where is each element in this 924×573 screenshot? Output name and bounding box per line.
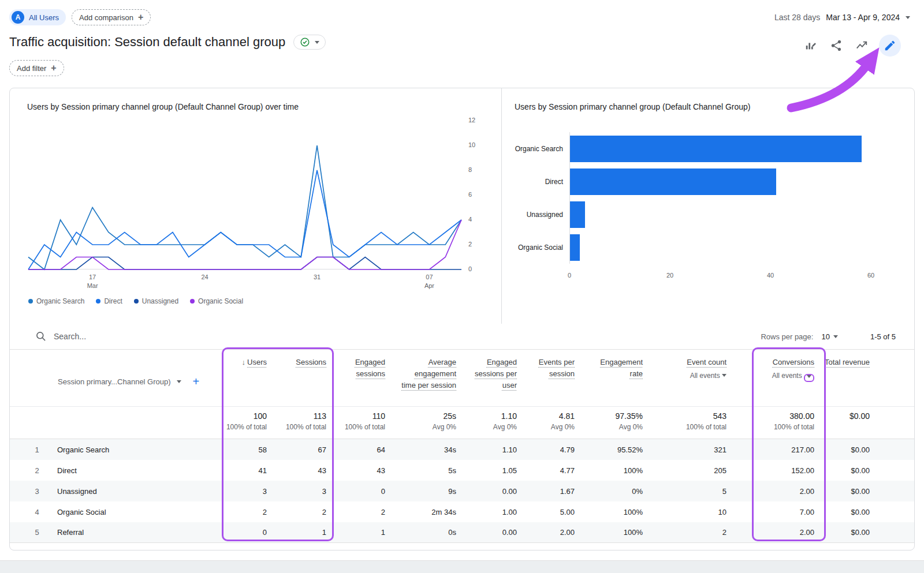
metric-cell: 0% <box>575 487 643 496</box>
bar-row: Unassigned <box>570 198 871 231</box>
highlighted-dropdown[interactable] <box>804 374 814 382</box>
metric-cell: 10 <box>643 508 726 516</box>
metric-cell: 7.00 <box>726 508 814 516</box>
metric-cell: 100% <box>575 528 643 537</box>
table-row: 2Direct4143435s1.054.77100%205152.00$0.0… <box>10 460 914 481</box>
chevron-down-icon <box>315 41 319 44</box>
search-input[interactable] <box>54 332 239 341</box>
bar-category-label: Unassigned <box>527 211 563 219</box>
plus-icon: + <box>138 12 143 23</box>
x-axis-tick: 40 <box>767 272 774 279</box>
bar-chart-axis: 0204060 <box>569 272 871 282</box>
table-header-row: Session primary...Channel Group) + ↓User… <box>10 349 914 407</box>
channel-name: Organic Social <box>57 508 106 516</box>
rows-per-page-label: Rows per page: <box>761 332 813 341</box>
metric-cell: 3 <box>200 487 267 496</box>
rows-per-page-value[interactable]: 10 <box>821 332 829 341</box>
date-range-value: Mar 13 - Apr 9, 2024 <box>826 13 900 22</box>
y-axis-tick: 10 <box>468 141 475 148</box>
report-card: Users by Session primary channel group (… <box>9 88 915 550</box>
row-number: 5 <box>28 528 46 537</box>
data-quality-badge[interactable] <box>293 35 326 50</box>
add-filter-label: Add filter <box>17 64 46 73</box>
metric-cell: 34s <box>385 445 456 454</box>
line-chart-plot: 024681012 <box>28 121 461 269</box>
table-totals-row: 100100% of total113100% of total110100% … <box>10 407 914 439</box>
metric-cell: 1.67 <box>517 487 575 496</box>
metric-cell: 2.00 <box>726 487 814 496</box>
y-axis-tick: 8 <box>468 166 472 173</box>
page-title: Traffic acquisition: Session default cha… <box>9 35 285 50</box>
metric-cell: 2 <box>267 508 326 516</box>
column-header[interactable]: ↓Users <box>200 350 267 406</box>
metric-cell: 2.00 <box>517 528 575 537</box>
metric-cell: 2 <box>326 508 385 516</box>
column-header[interactable]: Event countAll events <box>643 350 726 406</box>
metric-cell: 4.79 <box>517 445 575 454</box>
table-body: 1Organic Search58676434s1.104.7995.52%32… <box>10 439 914 543</box>
bar-row: Organic Social <box>570 231 871 264</box>
date-range-picker[interactable]: Last 28 days Mar 13 - Apr 9, 2024 <box>774 13 910 22</box>
metric-cell: 2.00 <box>726 528 814 537</box>
charts-section: Users by Session primary channel group (… <box>10 88 914 324</box>
share-button[interactable] <box>828 38 844 54</box>
metric-cell: 0 <box>326 487 385 496</box>
bar-category-label: Organic Search <box>515 145 563 153</box>
bar <box>570 136 862 162</box>
line-chart-xlabels: 17Mar243107Apr <box>28 269 461 289</box>
bottom-scroll-strip[interactable] <box>0 560 924 573</box>
add-comparison-button[interactable]: Add comparison + <box>72 9 151 25</box>
table-row: 3Unassigned3309s0.001.670%52.00$0.00 <box>10 481 914 501</box>
x-axis-tick: 07Apr <box>424 273 434 291</box>
totals-cell: 100100% of total <box>200 407 267 439</box>
table-row: 4Organic Social2222m 34s1.005.00100%107.… <box>10 501 914 522</box>
bar-chart-rows: Organic SearchDirectUnassignedOrganic So… <box>569 132 871 264</box>
totals-cell: 543100% of total <box>643 407 726 439</box>
chevron-down-icon[interactable] <box>833 335 838 338</box>
metric-cell: 321 <box>643 445 726 454</box>
column-header[interactable]: Engaged sessions <box>326 350 385 406</box>
bar-category-label: Direct <box>545 178 563 186</box>
bar <box>570 234 580 261</box>
column-header[interactable]: Events per session <box>517 350 575 406</box>
y-axis-tick: 12 <box>468 117 475 123</box>
table-toolbar: Rows per page: 10 1-5 of 5 <box>10 324 914 349</box>
column-header[interactable]: Engagement rate <box>575 350 643 406</box>
x-axis-tick: 20 <box>666 272 673 279</box>
insights-button[interactable] <box>854 38 870 54</box>
bar <box>570 201 585 228</box>
column-header[interactable]: ConversionsAll events <box>726 350 814 406</box>
add-comparison-label: Add comparison <box>79 13 133 22</box>
all-users-chip[interactable]: A All Users <box>9 9 66 25</box>
metric-cell: 0s <box>385 528 456 537</box>
search-icon <box>35 331 47 342</box>
totals-cell: 1.10Avg 0% <box>456 407 517 439</box>
totals-cell: 97.35%Avg 0% <box>575 407 643 439</box>
dimension-column-header[interactable]: Session primary...Channel Group) + <box>10 350 200 406</box>
metric-cell: 5.00 <box>517 508 575 516</box>
column-header[interactable]: Total revenue <box>814 350 914 406</box>
table-row: 5Referral0110s0.002.00100%22.00$0.00 <box>10 522 914 543</box>
x-axis-tick: 24 <box>201 273 208 282</box>
all-users-label: All Users <box>29 13 59 22</box>
metric-cell: 0.00 <box>456 528 517 537</box>
totals-cell: 4.81Avg 0% <box>517 407 575 439</box>
customize-report-button[interactable] <box>803 38 819 54</box>
add-filter-button[interactable]: Add filter + <box>9 60 64 76</box>
add-dimension-button[interactable]: + <box>193 375 200 388</box>
chevron-down-icon[interactable] <box>722 374 726 377</box>
column-header[interactable]: Engaged sessions per user <box>456 350 517 406</box>
edit-report-button[interactable] <box>879 35 901 57</box>
metric-cell: 1.10 <box>456 445 517 454</box>
chevron-down-icon[interactable] <box>177 380 181 383</box>
column-header[interactable]: Sessions <box>267 350 326 406</box>
line-chart-legend: Organic SearchDirectUnassignedOrganic So… <box>28 297 501 305</box>
metric-cell: 205 <box>643 466 726 475</box>
line-series <box>28 257 461 270</box>
totals-cell: 110100% of total <box>326 407 385 439</box>
metric-cell: 5s <box>385 466 456 475</box>
filter-row: Add filter + <box>0 55 924 75</box>
column-header[interactable]: Average engagement time per session <box>385 350 456 406</box>
y-axis-tick: 4 <box>468 216 472 223</box>
metric-cell: 58 <box>200 445 267 454</box>
